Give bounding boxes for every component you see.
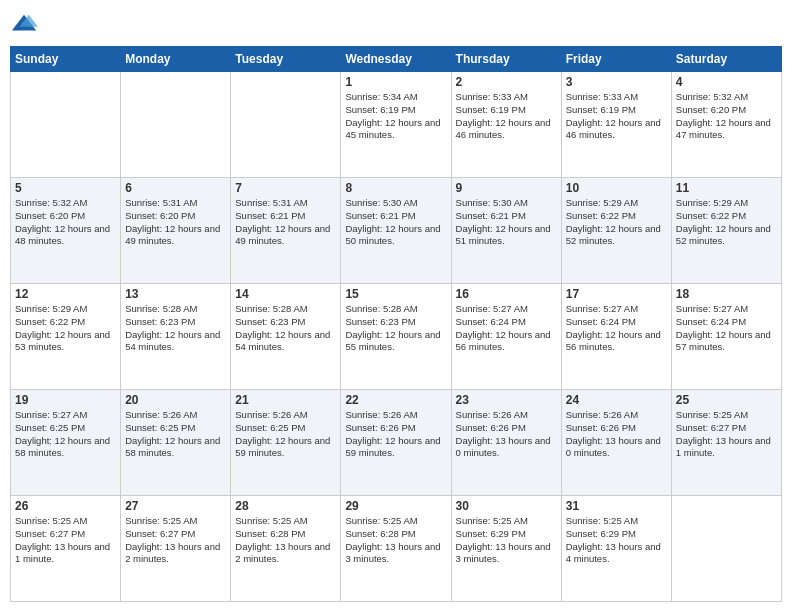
- day-number: 15: [345, 287, 446, 301]
- day-number: 18: [676, 287, 777, 301]
- calendar-cell: 14Sunrise: 5:28 AM Sunset: 6:23 PM Dayli…: [231, 284, 341, 390]
- day-number: 11: [676, 181, 777, 195]
- day-number: 6: [125, 181, 226, 195]
- day-info: Sunrise: 5:28 AM Sunset: 6:23 PM Dayligh…: [125, 303, 226, 354]
- calendar-cell: 5Sunrise: 5:32 AM Sunset: 6:20 PM Daylig…: [11, 178, 121, 284]
- calendar-cell: 4Sunrise: 5:32 AM Sunset: 6:20 PM Daylig…: [671, 72, 781, 178]
- calendar-cell: 10Sunrise: 5:29 AM Sunset: 6:22 PM Dayli…: [561, 178, 671, 284]
- day-number: 3: [566, 75, 667, 89]
- col-header-wednesday: Wednesday: [341, 47, 451, 72]
- day-info: Sunrise: 5:25 AM Sunset: 6:27 PM Dayligh…: [125, 515, 226, 566]
- col-header-tuesday: Tuesday: [231, 47, 341, 72]
- col-header-thursday: Thursday: [451, 47, 561, 72]
- day-info: Sunrise: 5:31 AM Sunset: 6:21 PM Dayligh…: [235, 197, 336, 248]
- header: [10, 10, 782, 38]
- logo-icon: [10, 10, 38, 38]
- calendar-cell: 17Sunrise: 5:27 AM Sunset: 6:24 PM Dayli…: [561, 284, 671, 390]
- day-info: Sunrise: 5:26 AM Sunset: 6:26 PM Dayligh…: [566, 409, 667, 460]
- day-number: 30: [456, 499, 557, 513]
- day-number: 19: [15, 393, 116, 407]
- calendar-cell: 8Sunrise: 5:30 AM Sunset: 6:21 PM Daylig…: [341, 178, 451, 284]
- col-header-saturday: Saturday: [671, 47, 781, 72]
- day-number: 5: [15, 181, 116, 195]
- day-info: Sunrise: 5:28 AM Sunset: 6:23 PM Dayligh…: [235, 303, 336, 354]
- day-info: Sunrise: 5:25 AM Sunset: 6:27 PM Dayligh…: [15, 515, 116, 566]
- calendar-cell: [121, 72, 231, 178]
- calendar-week-3: 12Sunrise: 5:29 AM Sunset: 6:22 PM Dayli…: [11, 284, 782, 390]
- day-info: Sunrise: 5:30 AM Sunset: 6:21 PM Dayligh…: [345, 197, 446, 248]
- calendar-cell: 15Sunrise: 5:28 AM Sunset: 6:23 PM Dayli…: [341, 284, 451, 390]
- calendar-cell: 23Sunrise: 5:26 AM Sunset: 6:26 PM Dayli…: [451, 390, 561, 496]
- day-number: 25: [676, 393, 777, 407]
- calendar-cell: 3Sunrise: 5:33 AM Sunset: 6:19 PM Daylig…: [561, 72, 671, 178]
- calendar-cell: 18Sunrise: 5:27 AM Sunset: 6:24 PM Dayli…: [671, 284, 781, 390]
- calendar-cell: 31Sunrise: 5:25 AM Sunset: 6:29 PM Dayli…: [561, 496, 671, 602]
- day-number: 21: [235, 393, 336, 407]
- day-number: 9: [456, 181, 557, 195]
- day-number: 13: [125, 287, 226, 301]
- day-number: 22: [345, 393, 446, 407]
- day-info: Sunrise: 5:32 AM Sunset: 6:20 PM Dayligh…: [15, 197, 116, 248]
- calendar-cell: [231, 72, 341, 178]
- day-number: 12: [15, 287, 116, 301]
- calendar-cell: [11, 72, 121, 178]
- day-number: 7: [235, 181, 336, 195]
- calendar-cell: 11Sunrise: 5:29 AM Sunset: 6:22 PM Dayli…: [671, 178, 781, 284]
- day-info: Sunrise: 5:25 AM Sunset: 6:29 PM Dayligh…: [566, 515, 667, 566]
- day-number: 31: [566, 499, 667, 513]
- calendar-cell: 12Sunrise: 5:29 AM Sunset: 6:22 PM Dayli…: [11, 284, 121, 390]
- day-info: Sunrise: 5:27 AM Sunset: 6:24 PM Dayligh…: [676, 303, 777, 354]
- calendar-cell: 7Sunrise: 5:31 AM Sunset: 6:21 PM Daylig…: [231, 178, 341, 284]
- calendar-cell: 2Sunrise: 5:33 AM Sunset: 6:19 PM Daylig…: [451, 72, 561, 178]
- day-info: Sunrise: 5:28 AM Sunset: 6:23 PM Dayligh…: [345, 303, 446, 354]
- day-number: 20: [125, 393, 226, 407]
- day-info: Sunrise: 5:26 AM Sunset: 6:26 PM Dayligh…: [345, 409, 446, 460]
- calendar-cell: 20Sunrise: 5:26 AM Sunset: 6:25 PM Dayli…: [121, 390, 231, 496]
- day-number: 8: [345, 181, 446, 195]
- day-info: Sunrise: 5:26 AM Sunset: 6:25 PM Dayligh…: [125, 409, 226, 460]
- col-header-friday: Friday: [561, 47, 671, 72]
- day-info: Sunrise: 5:32 AM Sunset: 6:20 PM Dayligh…: [676, 91, 777, 142]
- day-info: Sunrise: 5:31 AM Sunset: 6:20 PM Dayligh…: [125, 197, 226, 248]
- day-number: 2: [456, 75, 557, 89]
- calendar-cell: 26Sunrise: 5:25 AM Sunset: 6:27 PM Dayli…: [11, 496, 121, 602]
- day-info: Sunrise: 5:33 AM Sunset: 6:19 PM Dayligh…: [566, 91, 667, 142]
- calendar-cell: 27Sunrise: 5:25 AM Sunset: 6:27 PM Dayli…: [121, 496, 231, 602]
- day-info: Sunrise: 5:27 AM Sunset: 6:24 PM Dayligh…: [456, 303, 557, 354]
- calendar-cell: 16Sunrise: 5:27 AM Sunset: 6:24 PM Dayli…: [451, 284, 561, 390]
- calendar-week-1: 1Sunrise: 5:34 AM Sunset: 6:19 PM Daylig…: [11, 72, 782, 178]
- col-header-sunday: Sunday: [11, 47, 121, 72]
- day-number: 10: [566, 181, 667, 195]
- calendar-table: SundayMondayTuesdayWednesdayThursdayFrid…: [10, 46, 782, 602]
- day-number: 17: [566, 287, 667, 301]
- day-info: Sunrise: 5:25 AM Sunset: 6:28 PM Dayligh…: [235, 515, 336, 566]
- day-info: Sunrise: 5:25 AM Sunset: 6:28 PM Dayligh…: [345, 515, 446, 566]
- day-number: 26: [15, 499, 116, 513]
- day-info: Sunrise: 5:26 AM Sunset: 6:26 PM Dayligh…: [456, 409, 557, 460]
- calendar-cell: 24Sunrise: 5:26 AM Sunset: 6:26 PM Dayli…: [561, 390, 671, 496]
- calendar-cell: 22Sunrise: 5:26 AM Sunset: 6:26 PM Dayli…: [341, 390, 451, 496]
- calendar-cell: 6Sunrise: 5:31 AM Sunset: 6:20 PM Daylig…: [121, 178, 231, 284]
- calendar-cell: 13Sunrise: 5:28 AM Sunset: 6:23 PM Dayli…: [121, 284, 231, 390]
- calendar-cell: 28Sunrise: 5:25 AM Sunset: 6:28 PM Dayli…: [231, 496, 341, 602]
- day-number: 24: [566, 393, 667, 407]
- calendar-cell: 21Sunrise: 5:26 AM Sunset: 6:25 PM Dayli…: [231, 390, 341, 496]
- day-info: Sunrise: 5:33 AM Sunset: 6:19 PM Dayligh…: [456, 91, 557, 142]
- calendar-cell: 19Sunrise: 5:27 AM Sunset: 6:25 PM Dayli…: [11, 390, 121, 496]
- day-number: 16: [456, 287, 557, 301]
- col-header-monday: Monday: [121, 47, 231, 72]
- calendar-week-5: 26Sunrise: 5:25 AM Sunset: 6:27 PM Dayli…: [11, 496, 782, 602]
- day-number: 27: [125, 499, 226, 513]
- calendar-cell: 25Sunrise: 5:25 AM Sunset: 6:27 PM Dayli…: [671, 390, 781, 496]
- day-number: 29: [345, 499, 446, 513]
- logo: [10, 10, 42, 38]
- calendar-cell: 9Sunrise: 5:30 AM Sunset: 6:21 PM Daylig…: [451, 178, 561, 284]
- day-number: 23: [456, 393, 557, 407]
- calendar-week-2: 5Sunrise: 5:32 AM Sunset: 6:20 PM Daylig…: [11, 178, 782, 284]
- day-number: 28: [235, 499, 336, 513]
- day-number: 14: [235, 287, 336, 301]
- day-info: Sunrise: 5:26 AM Sunset: 6:25 PM Dayligh…: [235, 409, 336, 460]
- calendar-cell: 29Sunrise: 5:25 AM Sunset: 6:28 PM Dayli…: [341, 496, 451, 602]
- day-info: Sunrise: 5:29 AM Sunset: 6:22 PM Dayligh…: [15, 303, 116, 354]
- calendar-cell: 1Sunrise: 5:34 AM Sunset: 6:19 PM Daylig…: [341, 72, 451, 178]
